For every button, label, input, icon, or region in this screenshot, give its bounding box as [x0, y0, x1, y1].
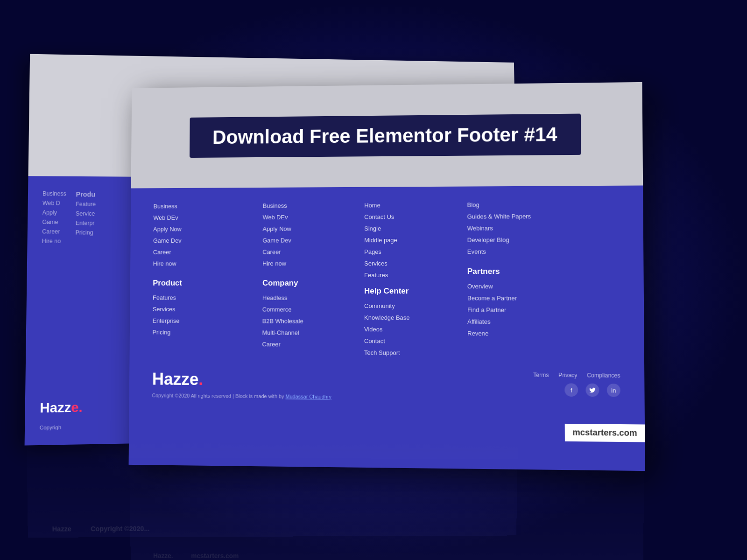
- partner-link-affiliates[interactable]: Affiliates: [467, 318, 491, 325]
- linkedin-icon[interactable]: in: [607, 384, 620, 397]
- list-item[interactable]: Hire now: [262, 259, 355, 267]
- help-link-videos[interactable]: Videos: [364, 326, 383, 333]
- company-top-link-4[interactable]: Career: [262, 248, 281, 255]
- back-copyright: Copyrigh: [40, 424, 62, 430]
- list-item[interactable]: Multi-Channel: [262, 328, 355, 337]
- card-front: Download Free Elementor Footer #14 Busin…: [129, 82, 645, 471]
- page-link-features[interactable]: Features: [364, 272, 388, 279]
- front-reflection-brand: Hazze.: [153, 552, 173, 560]
- partner-link-become[interactable]: Become a Partner: [467, 294, 517, 301]
- list-item[interactable]: Contact: [364, 336, 458, 345]
- list-item[interactable]: Become a Partner: [467, 294, 562, 302]
- resource-link-webinars[interactable]: Webinars: [467, 224, 493, 231]
- company-top-link-3[interactable]: Game Dev: [262, 237, 291, 244]
- list-item[interactable]: Revene: [467, 329, 563, 338]
- list-item[interactable]: Apply Now: [263, 224, 355, 232]
- company-link-multichannel[interactable]: Multi-Channel: [262, 329, 299, 336]
- compliances-link[interactable]: Compliances: [587, 372, 620, 379]
- list-item[interactable]: Pricing: [152, 328, 253, 337]
- list-item[interactable]: Contact Us: [364, 212, 458, 221]
- list-item[interactable]: Career: [153, 248, 254, 256]
- attribution-link[interactable]: Mudassar Chaudhry: [285, 393, 331, 399]
- list-item[interactable]: Knowledge Base: [364, 313, 458, 322]
- list-item[interactable]: Game Dev: [262, 236, 355, 244]
- list-item[interactable]: Enterprise: [153, 316, 253, 325]
- resource-link-blog[interactable]: Blog: [467, 201, 479, 208]
- partner-link-revene[interactable]: Revene: [467, 330, 488, 337]
- list-item[interactable]: Features: [364, 271, 458, 279]
- product-link-features[interactable]: Features: [153, 294, 176, 301]
- nav-link-gamedev[interactable]: Game Dev: [153, 237, 181, 244]
- partner-link-find[interactable]: Find a Partner: [467, 306, 507, 313]
- privacy-link[interactable]: Privacy: [558, 372, 577, 378]
- company-link-b2b[interactable]: B2B Wholesale: [262, 317, 303, 324]
- list-item[interactable]: Game Dev: [153, 236, 254, 245]
- facebook-icon[interactable]: f: [564, 383, 578, 397]
- list-item[interactable]: Middle page: [364, 236, 458, 244]
- resource-link-devblog[interactable]: Developer Blog: [467, 236, 509, 243]
- terms-link[interactable]: Terms: [533, 371, 549, 378]
- twitter-icon[interactable]: [585, 384, 599, 397]
- help-link-contact[interactable]: Contact: [364, 337, 385, 344]
- page-link-contact[interactable]: Contact Us: [364, 213, 394, 220]
- product-link-pricing[interactable]: Pricing: [152, 329, 170, 336]
- list-item[interactable]: B2B Wholesale: [262, 316, 355, 325]
- list-item[interactable]: Videos: [364, 325, 458, 334]
- company-link-headless[interactable]: Headless: [262, 294, 288, 301]
- partner-link-overview[interactable]: Overview: [467, 283, 493, 290]
- list-item[interactable]: Pages: [364, 247, 458, 256]
- back-link: Career: [42, 228, 66, 235]
- list-item[interactable]: Home: [364, 201, 458, 210]
- list-item[interactable]: Hire now: [153, 259, 254, 267]
- list-item[interactable]: Blog: [467, 200, 562, 209]
- resource-link-guides[interactable]: Guides & White Papers: [467, 213, 531, 220]
- page-link-single[interactable]: Single: [364, 225, 381, 232]
- list-item[interactable]: Events: [467, 247, 562, 255]
- help-link-community[interactable]: Community: [364, 302, 395, 309]
- nav-link-business[interactable]: Business: [154, 203, 177, 210]
- list-item[interactable]: Single: [364, 224, 458, 233]
- list-item[interactable]: Tech Support: [364, 348, 458, 357]
- company-top-link-0[interactable]: Business: [263, 202, 287, 209]
- list-item[interactable]: Services: [153, 305, 253, 313]
- company-top-link-2[interactable]: Apply Now: [263, 225, 291, 232]
- nav-link-hirenow[interactable]: Hire now: [153, 260, 176, 267]
- page-link-pages[interactable]: Pages: [364, 248, 381, 255]
- list-item[interactable]: Community: [364, 301, 458, 310]
- product-link-services[interactable]: Services: [153, 306, 176, 313]
- company-top-link-1[interactable]: Web DEv: [263, 214, 288, 221]
- list-item[interactable]: Services: [364, 259, 458, 267]
- list-item[interactable]: Career: [262, 340, 355, 349]
- company-link-career[interactable]: Career: [262, 341, 280, 348]
- col2-heading: Product: [153, 279, 253, 288]
- list-item[interactable]: Business: [263, 201, 355, 210]
- list-item[interactable]: Developer Blog: [467, 235, 562, 244]
- list-item[interactable]: Business: [154, 202, 254, 210]
- nav-link-apply[interactable]: Apply Now: [153, 226, 181, 233]
- resource-link-events[interactable]: Events: [467, 248, 486, 255]
- company-top-link-5[interactable]: Hire now: [262, 260, 286, 267]
- back-link: Feature: [76, 201, 96, 207]
- company-link-commerce[interactable]: Commerce: [262, 306, 292, 313]
- nav-link-webdev[interactable]: Web DEv: [153, 214, 178, 221]
- list-item[interactable]: Commerce: [262, 305, 355, 314]
- page-link-home[interactable]: Home: [364, 202, 381, 209]
- list-item[interactable]: Apply Now: [153, 224, 254, 233]
- list-item[interactable]: Features: [153, 293, 253, 301]
- help-link-kb[interactable]: Knowledge Base: [364, 314, 410, 321]
- list-item[interactable]: Web DEv: [153, 213, 254, 222]
- list-item[interactable]: Affiliates: [467, 317, 563, 326]
- list-item[interactable]: Headless: [262, 294, 355, 302]
- product-link-enterprise[interactable]: Enterprise: [153, 317, 180, 324]
- back-link: Service: [76, 210, 96, 217]
- list-item[interactable]: Overview: [467, 282, 562, 290]
- list-item[interactable]: Find a Partner: [467, 305, 562, 314]
- help-link-techsupport[interactable]: Tech Support: [364, 349, 400, 356]
- nav-link-career[interactable]: Career: [153, 249, 171, 256]
- list-item[interactable]: Web DEv: [263, 213, 355, 222]
- list-item[interactable]: Guides & White Papers: [467, 212, 562, 221]
- page-link-middle[interactable]: Middle page: [364, 237, 397, 244]
- list-item[interactable]: Webinars: [467, 224, 562, 232]
- list-item[interactable]: Career: [262, 247, 355, 256]
- page-link-services[interactable]: Services: [364, 260, 388, 267]
